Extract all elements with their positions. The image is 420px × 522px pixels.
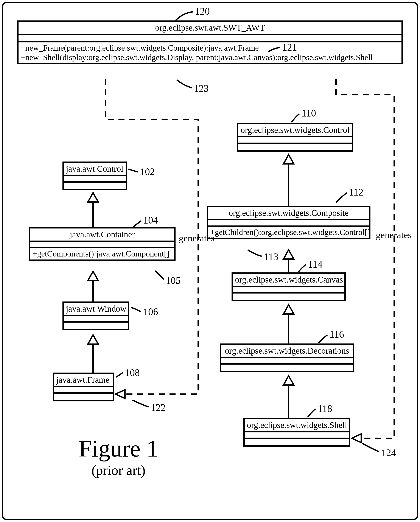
svg-marker-15 (116, 390, 125, 398)
class-ops: +getComponents():java.awt.Component[] (30, 248, 174, 260)
class-ops (238, 144, 352, 150)
figure-caption: Figure 1 (prior art) (60, 435, 177, 478)
class-attrs (64, 316, 128, 322)
uml-swt-shell: org.eclipse.swt.widgets.Shell (243, 418, 350, 447)
class-ops: +getChildren():org.eclipse.swt.widgets.C… (208, 227, 369, 238)
class-attrs (233, 287, 344, 293)
svg-marker-3 (88, 271, 98, 281)
uml-awt-control: java.awt.Control (62, 161, 127, 190)
callout-110: 110 (302, 108, 316, 118)
callout-120: 120 (195, 7, 210, 16)
callout-114: 114 (308, 260, 322, 269)
class-title: org.eclipse.swt.widgets.Control (238, 124, 352, 137)
class-attrs (245, 432, 349, 439)
class-title: org.eclipse.swt.widgets.Decorations (221, 345, 353, 358)
svg-marker-11 (283, 305, 294, 314)
callout-102: 102 (140, 167, 155, 177)
callout-122: 122 (151, 403, 166, 413)
uml-swt-canvas: org.eclipse.swt.widgets.Canvas (232, 272, 346, 301)
class-title: java.awt.Window (64, 303, 128, 316)
class-title: org.eclipse.swt.widgets.Composite (208, 207, 369, 220)
class-ops (64, 183, 126, 189)
svg-marker-16 (352, 434, 361, 443)
class-attrs (64, 176, 126, 183)
label-generates-right: generates (376, 230, 412, 240)
class-title: java.awt.Container (30, 229, 174, 242)
class-ops (245, 439, 349, 445)
class-ops: +new_Frame(parent:org.eclipse.swt.widget… (18, 42, 402, 63)
svg-marker-13 (283, 376, 294, 385)
uml-swt-control: org.eclipse.swt.widgets.Control (237, 123, 353, 152)
figure-subtitle: (prior art) (60, 462, 177, 478)
class-attrs (221, 358, 353, 365)
class-ops (64, 322, 128, 329)
uml-awt-window: java.awt.Window (62, 301, 129, 330)
callout-106: 106 (143, 307, 158, 317)
class-title: org.eclipse.swt.widgets.Shell (245, 419, 349, 432)
callout-116: 116 (330, 330, 344, 339)
class-title: org.eclipse.swt.widgets.Canvas (233, 274, 344, 287)
callout-112: 112 (349, 187, 363, 197)
figure-title: Figure 1 (60, 435, 177, 462)
class-ops (54, 394, 113, 400)
svg-marker-9 (283, 250, 294, 259)
svg-marker-7 (283, 155, 294, 164)
svg-marker-5 (88, 335, 98, 344)
class-attrs (238, 137, 352, 144)
uml-swt-composite: org.eclipse.swt.widgets.Composite +getCh… (207, 206, 370, 239)
callout-124: 124 (381, 448, 396, 458)
callout-108: 108 (125, 368, 140, 378)
class-title: java.awt.Frame (54, 374, 113, 387)
op-new-shell: +new_Shell(display:org.eclipse.swt.widge… (21, 53, 399, 62)
op-new-frame: +new_Frame(parent:org.eclipse.swt.widget… (21, 43, 399, 53)
class-attrs (30, 242, 174, 248)
class-attrs (18, 35, 402, 42)
op-get-children: +getChildren():org.eclipse.swt.widgets.C… (210, 228, 367, 237)
uml-awt-frame: java.awt.Frame (53, 373, 114, 401)
class-attrs (208, 220, 369, 227)
label-generates-left: generates (179, 234, 215, 243)
callout-113: 113 (264, 252, 278, 262)
callout-104: 104 (143, 215, 158, 225)
callout-105: 105 (166, 276, 181, 285)
svg-marker-1 (88, 193, 98, 202)
class-ops (233, 293, 344, 300)
op-get-components: +getComponents():java.awt.Component[] (32, 249, 172, 259)
uml-swt-decorations: org.eclipse.swt.widgets.Decorations (220, 344, 354, 372)
class-ops (221, 365, 353, 371)
callout-121: 121 (282, 42, 297, 52)
class-attrs (54, 387, 113, 394)
class-title: org.eclipse.swt.awt.SWT_AWT (18, 22, 402, 35)
callout-118: 118 (318, 404, 332, 414)
callout-123: 123 (194, 84, 209, 93)
class-title: java.awt.Control (64, 163, 126, 176)
uml-awt-container: java.awt.Container +getComponents():java… (29, 227, 176, 261)
uml-swt-awt: org.eclipse.swt.awt.SWT_AWT +new_Frame(p… (17, 20, 403, 64)
